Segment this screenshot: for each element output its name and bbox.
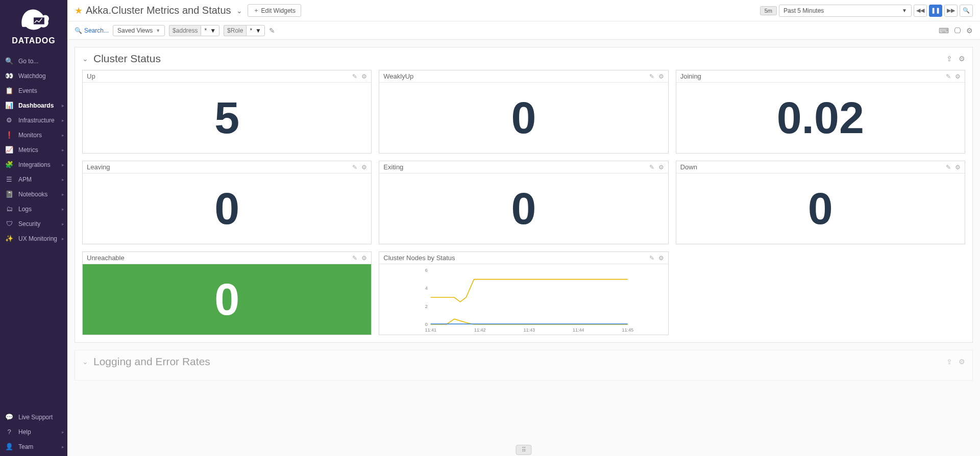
sidebar-item-ux[interactable]: ✨UX Monitoring▸ xyxy=(0,231,67,246)
section-logging-error-rates: ⌄ Logging and Error Rates ⇪ ⚙ xyxy=(75,350,973,381)
gear-icon[interactable]: ⚙ xyxy=(361,164,367,171)
widget-value-body: 0 xyxy=(379,173,668,244)
gear-icon[interactable]: ⚙ xyxy=(361,73,367,80)
infrastructure-icon: ⚙ xyxy=(5,116,13,124)
gear-icon[interactable]: ⚙ xyxy=(658,255,664,262)
share-icon[interactable]: ⇪ xyxy=(946,358,952,366)
search-icon: 🔍 xyxy=(75,27,82,34)
time-pause-button[interactable]: ❚❚ xyxy=(929,5,942,17)
sidebar-item-metrics[interactable]: 📈Metrics▸ xyxy=(0,142,67,157)
widget-chart: Cluster Nodes by Status✎⚙024611:4111:421… xyxy=(379,251,668,335)
time-range-badge[interactable]: 5m xyxy=(760,6,777,15)
fullscreen-icon[interactable]: 🖵 xyxy=(954,27,961,35)
gear-icon[interactable]: ⚙ xyxy=(955,73,961,80)
plus-icon: ＋ xyxy=(253,6,259,15)
sidebar-item-label: Help xyxy=(18,428,31,436)
gear-icon[interactable]: ⚙ xyxy=(361,255,367,262)
variable-value[interactable]: * ▼ xyxy=(201,25,219,36)
time-forward-button[interactable]: ▶▶ xyxy=(944,5,958,17)
chevron-down-icon: ▼ xyxy=(902,8,907,13)
sidebar-item-team[interactable]: 👤Team▸ xyxy=(0,439,67,454)
edit-widgets-button[interactable]: ＋ Edit Widgets xyxy=(248,4,301,17)
variable-value[interactable]: * ▼ xyxy=(246,25,265,36)
section-collapse-icon[interactable]: ⌄ xyxy=(82,358,88,366)
sidebar-item-events[interactable]: 📋Events xyxy=(0,83,67,98)
gear-icon[interactable]: ⚙ xyxy=(959,358,965,366)
sidebar-item-apm[interactable]: ☰APM▸ xyxy=(0,172,67,187)
gear-icon[interactable]: ⚙ xyxy=(959,55,965,63)
dashboards-icon: 📊 xyxy=(5,102,13,109)
help-icon: ? xyxy=(5,428,13,436)
svg-text:11:43: 11:43 xyxy=(524,327,535,333)
svg-text:11:44: 11:44 xyxy=(573,327,584,333)
metrics-icon: 📈 xyxy=(5,146,13,154)
live-icon: 💬 xyxy=(5,413,13,421)
chevron-right-icon: ▸ xyxy=(62,147,64,153)
edit-icon[interactable]: ✎ xyxy=(649,164,654,171)
team-icon: 👤 xyxy=(5,443,13,450)
edit-icon[interactable]: ✎ xyxy=(946,73,951,80)
widget-value: 5 xyxy=(214,92,239,144)
edit-icon[interactable]: ✎ xyxy=(352,164,357,171)
edit-icon[interactable]: ✎ xyxy=(649,255,654,262)
svg-text:4: 4 xyxy=(425,286,428,291)
sidebar-item-dashboards[interactable]: 📊Dashboards▸ xyxy=(0,98,67,113)
widget-value: 0 xyxy=(214,183,239,235)
widget-title: Exiting xyxy=(383,163,403,171)
brand-logo[interactable]: DATADOG xyxy=(0,0,67,50)
section-collapse-icon[interactable]: ⌄ xyxy=(82,55,88,63)
sidebar-item-logs[interactable]: 🗂Logs▸ xyxy=(0,201,67,216)
sidebar-item-help[interactable]: ?Help▸ xyxy=(0,424,67,439)
title-dropdown-icon[interactable]: ⌄ xyxy=(236,7,242,15)
chevron-right-icon: ▸ xyxy=(62,177,64,182)
widget-value-body: 0 xyxy=(379,83,668,153)
section-title: Logging and Error Rates xyxy=(93,356,210,368)
dashboard-title[interactable]: Akka.Cluster Metrics and Status xyxy=(86,5,231,16)
tv-mode-icon[interactable]: ⌨ xyxy=(939,27,949,35)
edit-icon[interactable]: ✎ xyxy=(946,164,951,171)
svg-text:0: 0 xyxy=(425,322,428,327)
drag-handle-icon[interactable]: ⠿ xyxy=(516,445,532,455)
sidebar-item-infrastructure[interactable]: ⚙Infrastructure▸ xyxy=(0,113,67,128)
sidebar-item-label: Go to... xyxy=(18,58,38,65)
variable-Role[interactable]: $Role* ▼ xyxy=(224,25,265,36)
sidebar-item-monitors[interactable]: ❗Monitors▸ xyxy=(0,128,67,142)
variable-name: $Role xyxy=(224,25,246,36)
sidebar-item-integrations[interactable]: 🧩Integrations▸ xyxy=(0,157,67,172)
variable-name: $address xyxy=(169,25,201,36)
edit-icon[interactable]: ✎ xyxy=(352,73,357,80)
widget-title: Unreachable xyxy=(87,254,125,262)
variable-address[interactable]: $address* ▼ xyxy=(169,25,219,36)
sidebar-item-label: Infrastructure xyxy=(18,117,55,124)
share-icon[interactable]: ⇪ xyxy=(946,55,952,63)
search-button[interactable]: 🔍 xyxy=(960,5,973,17)
sidebar-item-live[interactable]: 💬Live Support xyxy=(0,410,67,424)
widget-value: 0 xyxy=(214,273,239,325)
widget-value: 0 xyxy=(511,183,536,235)
settings-gear-icon[interactable]: ⚙ xyxy=(966,27,973,35)
chevron-right-icon: ▸ xyxy=(62,133,64,138)
chevron-down-icon: ▼ xyxy=(156,28,160,33)
edit-variables-button[interactable]: ✎ xyxy=(269,27,275,35)
sidebar-item-label: Security xyxy=(18,220,40,227)
time-range-select[interactable]: Past 5 Minutes ▼ xyxy=(779,5,912,17)
section-cluster-status: ⌄ Cluster Status ⇪ ⚙ Up✎⚙5WeaklyUp✎⚙0Joi… xyxy=(75,47,973,343)
gear-icon[interactable]: ⚙ xyxy=(955,164,961,171)
sidebar-item-security[interactable]: 🛡Security▸ xyxy=(0,216,67,231)
sidebar-item-label: APM xyxy=(18,176,32,183)
widget-title: Joining xyxy=(680,72,701,80)
edit-icon[interactable]: ✎ xyxy=(649,73,654,80)
sidebar-item-notebooks[interactable]: 📓Notebooks▸ xyxy=(0,187,67,201)
sidebar-item-goto[interactable]: 🔍Go to... xyxy=(0,54,67,68)
gear-icon[interactable]: ⚙ xyxy=(658,73,664,80)
widget-value: 0.02 xyxy=(777,92,864,144)
edit-icon[interactable]: ✎ xyxy=(352,255,357,262)
favorite-star-icon[interactable]: ★ xyxy=(75,5,83,16)
gear-icon[interactable]: ⚙ xyxy=(658,164,664,171)
widget-title: Up xyxy=(87,72,95,80)
search-link[interactable]: 🔍 Search... xyxy=(75,27,109,34)
time-back-button[interactable]: ◀◀ xyxy=(914,5,927,17)
sidebar-item-watchdog[interactable]: 👀Watchdog xyxy=(0,68,67,83)
chart-body[interactable]: 024611:4111:4211:4311:4411:45 xyxy=(379,264,668,335)
saved-views-dropdown[interactable]: Saved Views ▼ xyxy=(113,25,165,36)
